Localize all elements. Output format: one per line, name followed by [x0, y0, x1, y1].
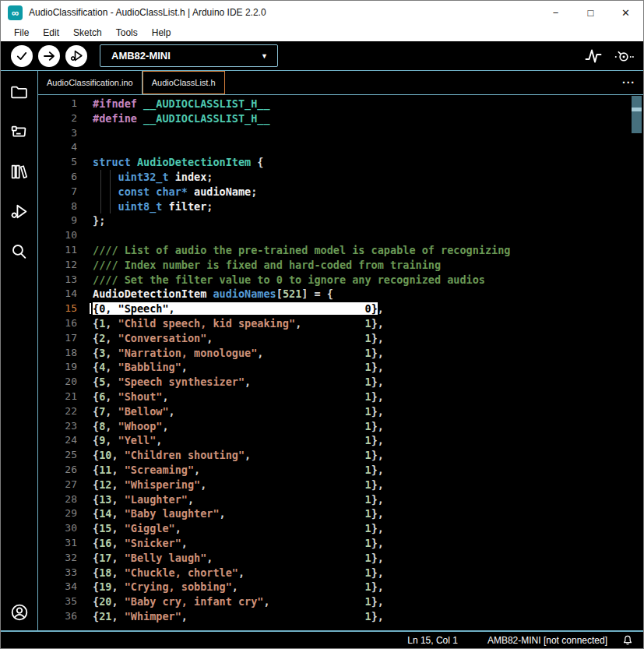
serial-plotter-icon[interactable] — [584, 47, 603, 65]
line-number[interactable]: 14 — [38, 287, 93, 302]
line-number[interactable]: 27 — [38, 478, 93, 492]
line-number[interactable]: 32 — [38, 551, 93, 566]
line-number[interactable]: 1 — [38, 97, 93, 111]
code-line[interactable]: 2#define __AUDIOCLASSLIST_H__ — [38, 111, 643, 126]
line-number[interactable]: 13 — [38, 273, 93, 287]
more-actions-button[interactable]: ··· — [622, 71, 635, 94]
code-line[interactable]: 14AudioDetectionItem audioNames[521] = { — [38, 287, 643, 302]
code-line[interactable]: 8 uint8_t filter; — [38, 199, 643, 214]
code-line[interactable]: 33{18, "Chuckle, chortle", 1}, — [38, 566, 643, 580]
code-line[interactable]: 4 — [38, 140, 643, 155]
code-line[interactable]: 22{7, "Bellow", 1}, — [38, 404, 643, 419]
code-line[interactable]: 27{12, "Whispering", 1}, — [38, 478, 643, 492]
maximize-button[interactable]: □ — [573, 1, 608, 24]
code-line[interactable]: 25{10, "Children shouting", 1}, — [38, 448, 643, 463]
code-editor[interactable]: 1#ifndef __AUDIOCLASSLIST_H__2#define __… — [38, 95, 643, 630]
menu-item-tools[interactable]: Tools — [109, 24, 145, 41]
line-number[interactable]: 25 — [38, 448, 93, 463]
code-line[interactable]: 6 uint32_t index; — [38, 170, 643, 185]
serial-monitor-icon[interactable] — [614, 47, 634, 65]
line-number[interactable]: 29 — [38, 506, 93, 521]
line-number[interactable]: 11 — [38, 243, 93, 258]
minimize-button[interactable]: − — [538, 1, 573, 24]
code-line[interactable]: 11//// List of audio the pre-trained mod… — [38, 243, 643, 258]
board-selector[interactable]: AMB82-MINI ▼ — [100, 44, 278, 67]
code-line[interactable]: 23{8, "Whoop", 1}, — [38, 419, 643, 434]
notifications-bell-icon[interactable] — [621, 634, 634, 647]
code-line[interactable]: 5struct AudioDetectionItem { — [38, 155, 643, 170]
code-line[interactable]: 34{19, "Crying, sobbing", 1}, — [38, 580, 643, 594]
code-line[interactable]: 3 — [38, 126, 643, 141]
line-number[interactable]: 31 — [38, 536, 93, 551]
menu-item-file[interactable]: File — [7, 24, 36, 41]
code-line[interactable]: 35{20, "Baby cry, infant cry", 1}, — [38, 594, 643, 609]
code-line[interactable]: 26{11, "Screaming", 1}, — [38, 463, 643, 478]
line-number[interactable]: 30 — [38, 521, 93, 536]
line-number[interactable]: 22 — [38, 404, 93, 419]
line-number[interactable]: 12 — [38, 258, 93, 273]
code-line[interactable]: 9}; — [38, 213, 643, 228]
code-line[interactable]: 18{3, "Narration, monologue", 1}, — [38, 346, 643, 361]
line-number[interactable]: 16 — [38, 316, 93, 331]
tab-audioclasslist-h[interactable]: AudioClassList.h — [143, 71, 225, 94]
tab-audioclassification-ino[interactable]: AudioClassification.ino — [38, 71, 143, 94]
scrollbar-thumb[interactable] — [632, 96, 642, 133]
line-number[interactable]: 20 — [38, 375, 93, 390]
code-line[interactable]: 28{13, "Laughter", 1}, — [38, 492, 643, 507]
line-number[interactable]: 21 — [38, 390, 93, 404]
sidebar-item-debug[interactable] — [9, 201, 30, 221]
line-number[interactable]: 3 — [38, 126, 93, 141]
line-number[interactable]: 4 — [38, 140, 93, 155]
code-line[interactable]: 15{0, "Speech", 0}, — [38, 302, 643, 316]
line-number[interactable]: 19 — [38, 360, 93, 375]
line-number[interactable]: 34 — [38, 580, 93, 594]
code-line[interactable]: 21{6, "Shout", 1}, — [38, 390, 643, 404]
code-line[interactable]: 32{17, "Belly laugh", 1}, — [38, 551, 643, 566]
line-number[interactable]: 17 — [38, 331, 93, 346]
cursor-position[interactable]: Ln 15, Col 1 — [407, 635, 458, 646]
line-number[interactable]: 6 — [38, 170, 93, 185]
sidebar-item-account[interactable] — [9, 602, 30, 623]
sidebar-item-library-manager[interactable] — [9, 161, 30, 182]
line-number[interactable]: 2 — [38, 111, 93, 126]
menu-item-edit[interactable]: Edit — [36, 24, 66, 41]
code-line[interactable]: 31{16, "Snicker", 1}, — [38, 536, 643, 551]
sidebar-item-sketchbook[interactable] — [9, 82, 30, 102]
close-button[interactable]: ✕ — [608, 1, 643, 24]
code-line[interactable]: 29{14, "Baby laughter", 1}, — [38, 506, 643, 521]
line-number[interactable]: 33 — [38, 566, 93, 580]
sidebar-item-search[interactable] — [9, 241, 30, 261]
line-number[interactable]: 15 — [38, 302, 93, 316]
board-status[interactable]: AMB82-MINI [not connected] — [487, 635, 607, 646]
line-number[interactable]: 7 — [38, 185, 93, 199]
line-number[interactable]: 8 — [38, 199, 93, 214]
code-line[interactable]: 36{21, "Whimper", 1}, — [38, 609, 643, 624]
upload-button[interactable] — [38, 45, 60, 67]
line-number[interactable]: 5 — [38, 155, 93, 170]
code-line[interactable]: 17{2, "Conversation", 1}, — [38, 331, 643, 346]
line-number[interactable]: 9 — [38, 213, 93, 228]
line-number[interactable]: 24 — [38, 433, 93, 448]
line-number[interactable]: 28 — [38, 492, 93, 507]
editor-scrollbar[interactable] — [630, 95, 643, 630]
verify-button[interactable] — [11, 45, 33, 67]
line-number[interactable]: 23 — [38, 419, 93, 434]
code-line[interactable]: 7 const char* audioName; — [38, 185, 643, 199]
sidebar-item-boards-manager[interactable] — [9, 122, 30, 142]
code-line[interactable]: 20{5, "Speech synthesizer", 1}, — [38, 375, 643, 390]
line-number[interactable]: 10 — [38, 228, 93, 243]
code-line[interactable]: 12//// Index number is fixed and hard-co… — [38, 258, 643, 273]
line-number[interactable]: 36 — [38, 609, 93, 624]
code-line[interactable]: 30{15, "Giggle", 1}, — [38, 521, 643, 536]
code-line[interactable]: 13//// Set the filter value to 0 to igno… — [38, 273, 643, 287]
line-number[interactable]: 26 — [38, 463, 93, 478]
line-number[interactable]: 18 — [38, 346, 93, 361]
code-line[interactable]: 1#ifndef __AUDIOCLASSLIST_H__ — [38, 97, 643, 111]
code-line[interactable]: 10 — [38, 228, 643, 243]
line-number[interactable]: 35 — [38, 594, 93, 609]
code-line[interactable]: 24{9, "Yell", 1}, — [38, 433, 643, 448]
code-line[interactable]: 19{4, "Babbling", 1}, — [38, 360, 643, 375]
code-line[interactable]: 16{1, "Child speech, kid speaking", 1}, — [38, 316, 643, 331]
debug-button[interactable] — [65, 45, 87, 67]
menu-item-help[interactable]: Help — [145, 24, 178, 41]
